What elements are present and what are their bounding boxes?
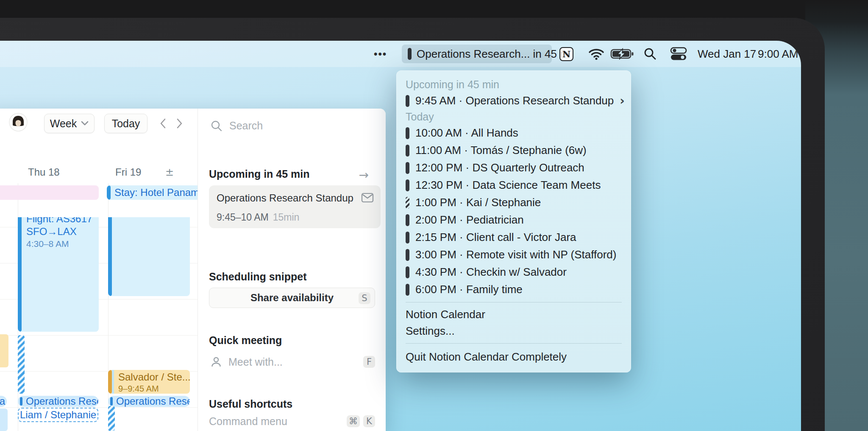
menu-item-notion-calendar[interactable]: Notion Calendar <box>406 306 622 323</box>
event-color-bar <box>406 284 409 296</box>
desktop-screen: ••• Operations Research... in 45 m N <box>0 41 801 431</box>
day-header-thu[interactable]: Thu 18 <box>28 166 60 178</box>
menu-divider <box>406 302 622 302</box>
dropdown-event-item[interactable]: 4:30 PM · Checkin w/ Salvador <box>406 263 622 281</box>
event-color-bar <box>108 217 112 296</box>
dropdown-event-item[interactable]: 1:00 PM · Kai / Stephanie <box>406 194 622 211</box>
notion-calendar-window: Week Today Thu 18 Fri 19 ± <box>0 109 386 431</box>
event-label: 3:00 PM · Remote visit with NP (Stafford… <box>415 248 616 261</box>
search-icon <box>211 120 223 132</box>
event-title: Flight: AS3617 <box>26 217 95 225</box>
event-liam-stephanie[interactable]: Liam / Stephanie <box>18 408 98 422</box>
notion-menu-bar-item[interactable]: N <box>559 41 573 67</box>
allday-expand-icon[interactable]: ± <box>165 166 174 178</box>
event-hatched-ribbon[interactable] <box>18 335 25 394</box>
chevron-down-icon <box>81 121 89 126</box>
menu-bar-date[interactable]: Wed Jan 17 <box>698 41 756 67</box>
spotlight-search-icon <box>643 47 657 61</box>
view-selector-label: Week <box>50 118 77 130</box>
event-color-bar <box>108 370 112 394</box>
event-title: Salvador / Ste... <box>118 371 186 383</box>
shortcuts-heading: Useful shortcuts <box>209 398 292 410</box>
hour-gridline <box>0 335 198 336</box>
share-availability-label: Share availability <box>250 292 334 304</box>
event-stay-hotel[interactable]: Stay: Hotel Panamer <box>107 185 198 200</box>
arrow-right-icon[interactable]: → <box>359 168 369 182</box>
event-color-bar <box>406 145 409 157</box>
avatar[interactable] <box>9 113 28 132</box>
event-wed-blue-cut[interactable] <box>0 409 8 431</box>
today-button[interactable]: Today <box>104 114 147 133</box>
event-ops-research-thu[interactable]: Operations Resea <box>18 396 98 407</box>
meet-with-input[interactable]: Meet with... F <box>211 355 375 369</box>
event-ops-wed-cut[interactable]: ea <box>0 396 7 407</box>
dropdown-event-item[interactable]: 6:00 PM · Family time <box>406 281 622 298</box>
control-center-menu-item[interactable] <box>670 41 687 67</box>
event-ops-research-fri[interactable]: Operations Resea <box>108 396 190 407</box>
event-label: 4:30 PM · Checkin w/ Salvador <box>415 266 567 279</box>
allday-row: Stay: Hotel Panamer <box>0 185 198 200</box>
event-label: 9:45 AM · Operations Research Standup <box>415 94 614 107</box>
prev-week-button[interactable] <box>158 118 169 129</box>
menu-item-quit[interactable]: Quit Notion Calendar Completely <box>406 347 622 367</box>
next-week-button[interactable] <box>174 118 185 129</box>
notion-n-icon: N <box>559 47 573 61</box>
time-grid[interactable]: Flight: AS3617 SFO→LAX 4:30–8 AM Salvado… <box>0 217 198 431</box>
event-label: 2:15 PM · Client call - Victor Jara <box>415 231 576 244</box>
command-menu-label: Command menu <box>209 415 287 428</box>
menu-bar-more-item[interactable]: ••• <box>374 41 387 67</box>
day-header-fri[interactable]: Fri 19 <box>115 166 141 178</box>
command-menu-shortcut-row[interactable]: Command menu ⌘ K <box>209 415 375 428</box>
event-hatched-ribbon[interactable] <box>108 406 115 431</box>
event-color-bar <box>18 217 22 332</box>
dropdown-event-item[interactable]: 12:00 PM · DS Quarterly Outreach <box>406 159 622 176</box>
event-label: 12:00 PM · DS Quarterly Outreach <box>415 161 584 174</box>
dropdown-upcoming-event[interactable]: 9:45 AM · Operations Research Standup › <box>406 92 622 109</box>
dropdown-section-header: Today <box>406 109 622 124</box>
meet-with-placeholder: Meet with... <box>228 356 283 368</box>
device-mockup: ••• Operations Research... in 45 m N <box>0 0 868 431</box>
spotlight-menu-item[interactable] <box>643 41 657 67</box>
event-flight[interactable]: Flight: AS3617 SFO→LAX 4:30–8 AM <box>18 217 99 332</box>
menu-divider <box>406 343 622 344</box>
shortcut-key-cmd: ⌘ <box>347 415 360 427</box>
search-input[interactable]: Search <box>211 120 263 132</box>
dropdown-event-item[interactable]: 3:00 PM · Remote visit with NP (Stafford… <box>406 246 622 263</box>
menu-bar-calendar-item[interactable]: Operations Research... in 45 m <box>402 45 552 63</box>
event-color-bar <box>406 249 409 261</box>
battery-status-item[interactable] <box>610 41 635 67</box>
event-title: ea <box>0 396 5 407</box>
event-color-bar <box>406 232 409 243</box>
dropdown-event-item[interactable]: 2:00 PM · Pediatrician <box>406 211 622 229</box>
today-button-label: Today <box>112 118 140 130</box>
dropdown-event-item[interactable]: 10:00 AM · All Hands <box>406 124 622 142</box>
dropdown-event-item[interactable]: 12:30 PM · Data Science Team Meets <box>406 176 622 194</box>
dropdown-event-item[interactable]: 11:00 AM · Tomás / Stephanie (6w) <box>406 142 622 159</box>
event-label: 2:00 PM · Pediatrician <box>415 213 524 227</box>
event-fri-block[interactable] <box>108 217 190 296</box>
card-event-duration: 15min <box>273 212 300 223</box>
view-selector-button[interactable]: Week <box>44 114 95 133</box>
right-sidebar: Search Upcoming in 45 min → Operations R… <box>198 109 386 431</box>
upcoming-event-card[interactable]: Operations Research Standup 9:45–10 AM15… <box>209 185 381 228</box>
menu-item-settings[interactable]: Settings... <box>406 323 622 339</box>
macos-menu-bar: ••• Operations Research... in 45 m N <box>0 41 801 67</box>
control-center-icon <box>670 47 687 61</box>
share-availability-button[interactable]: Share availability S <box>209 288 375 308</box>
event-allday-pink[interactable] <box>0 185 99 200</box>
event-route: SFO→LAX <box>26 225 95 238</box>
event-label: 10:00 AM · All Hands <box>415 126 518 140</box>
event-time: 4:30–8 AM <box>26 238 95 250</box>
event-color-bar <box>406 214 409 226</box>
event-salvador[interactable]: Salvador / Ste... 9–9:45 AM <box>108 370 190 394</box>
email-icon[interactable] <box>361 192 374 205</box>
event-color-bar <box>406 266 409 278</box>
upcoming-heading: Upcoming in 45 min <box>209 168 310 180</box>
event-wed-yellow-cut[interactable] <box>0 334 8 367</box>
wifi-status-item[interactable] <box>588 41 604 67</box>
dropdown-event-item[interactable]: 2:15 PM · Client call - Victor Jara <box>406 229 622 246</box>
event-color-bar <box>406 179 409 191</box>
event-color-bar <box>20 397 22 406</box>
card-event-time: 9:45–10 AM <box>217 212 269 223</box>
event-title: Operations Resea <box>116 396 190 407</box>
